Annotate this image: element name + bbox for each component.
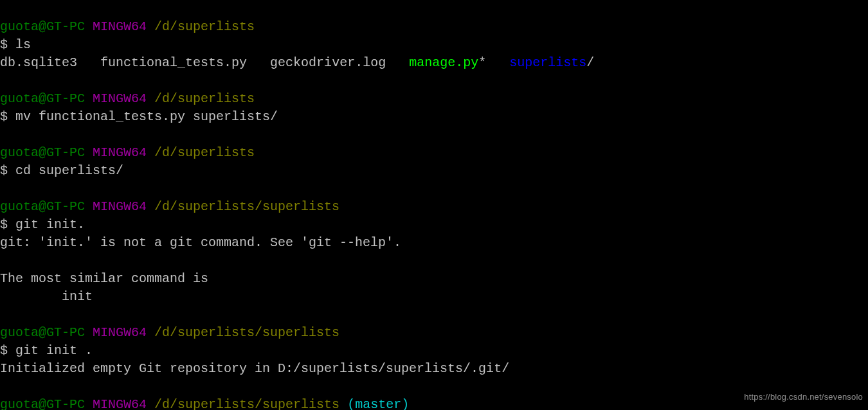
prompt-branch: (master) <box>347 397 409 410</box>
git-error-line: The most similar command is <box>0 271 208 286</box>
prompt-shell: MINGW64 <box>93 325 147 340</box>
file: functional_tests.py <box>100 55 247 70</box>
command: ls <box>15 37 31 52</box>
prompt-shell: MINGW64 <box>93 91 147 106</box>
git-ok-line: Initialized empty Git repository in D:/s… <box>0 361 509 376</box>
prompt-sigil: $ <box>0 163 8 178</box>
prompt-line: guota@GT-PC MINGW64 /d/superlists <box>0 145 255 160</box>
command: mv functional_tests.py superlists/ <box>15 109 278 124</box>
prompt-path: /d/superlists <box>154 19 255 34</box>
prompt-line: guota@GT-PC MINGW64 /d/superlists/superl… <box>0 325 339 340</box>
prompt-shell: MINGW64 <box>93 19 147 34</box>
file: db.sqlite3 <box>0 55 77 70</box>
git-error-line: init <box>0 289 93 304</box>
directory: superlists <box>509 55 586 70</box>
command: git init . <box>15 343 93 358</box>
prompt-user: guota@GT-PC <box>0 199 85 214</box>
prompt-sigil: $ <box>0 217 8 232</box>
prompt-path: /d/superlists <box>154 91 255 106</box>
git-error-line: git: 'init.' is not a git command. See '… <box>0 235 401 250</box>
prompt-path: /d/superlists/superlists <box>154 199 339 214</box>
prompt-user: guota@GT-PC <box>0 91 85 106</box>
ls-output: db.sqlite3 functional_tests.py geckodriv… <box>0 55 594 70</box>
dir-slash: / <box>586 55 594 70</box>
prompt-shell: MINGW64 <box>93 145 147 160</box>
prompt-user: guota@GT-PC <box>0 19 85 34</box>
prompt-shell: MINGW64 <box>93 397 147 410</box>
prompt-sigil: $ <box>0 37 8 52</box>
prompt-path: /d/superlists/superlists <box>154 325 339 340</box>
prompt-shell: MINGW64 <box>93 199 147 214</box>
prompt-line: guota@GT-PC MINGW64 /d/superlists/superl… <box>0 199 339 214</box>
watermark: https://blog.csdn.net/sevensolo <box>744 388 863 406</box>
prompt-line: guota@GT-PC MINGW64 /d/superlists/superl… <box>0 397 409 410</box>
prompt-path: /d/superlists <box>154 145 255 160</box>
prompt-line: guota@GT-PC MINGW64 /d/superlists <box>0 19 255 34</box>
prompt-user: guota@GT-PC <box>0 397 85 410</box>
prompt-user: guota@GT-PC <box>0 145 85 160</box>
prompt-line: guota@GT-PC MINGW64 /d/superlists <box>0 91 255 106</box>
prompt-sigil: $ <box>0 343 8 358</box>
file: geckodriver.log <box>270 55 386 70</box>
terminal[interactable]: guota@GT-PC MINGW64 /d/superlists $ ls d… <box>0 0 868 410</box>
prompt-sigil: $ <box>0 109 8 124</box>
prompt-user: guota@GT-PC <box>0 325 85 340</box>
exec-marker: * <box>478 55 486 70</box>
executable-file: manage.py <box>409 55 478 70</box>
prompt-path: /d/superlists/superlists <box>154 397 339 410</box>
command: cd superlists/ <box>15 163 123 178</box>
command: git init. <box>15 217 85 232</box>
